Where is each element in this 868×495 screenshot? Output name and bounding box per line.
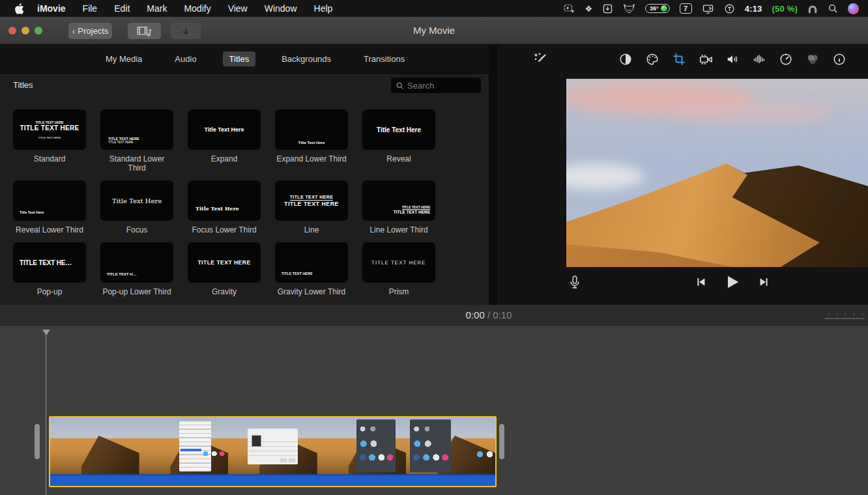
color-palette-icon[interactable]: [644, 50, 660, 68]
title-thumbnail[interactable]: TITLE TEXT H…: [100, 242, 173, 283]
battery-percent[interactable]: (50 %): [772, 4, 798, 14]
title-thumbnail[interactable]: TITLE TEXT HERE: [188, 242, 261, 283]
title-thumbnail[interactable]: Title Text Here: [13, 180, 86, 221]
title-item-gravity[interactable]: TITLE TEXT HERE Gravity: [188, 242, 261, 296]
crop-icon[interactable]: [671, 50, 687, 68]
voiceover-mic-icon[interactable]: [568, 275, 582, 292]
search-input[interactable]: [407, 81, 472, 91]
menu-item-edit[interactable]: Edit: [106, 0, 138, 17]
title-thumbnail[interactable]: Title Text Here: [362, 109, 435, 150]
clock-time[interactable]: 4:13: [745, 4, 762, 14]
clip-filmstrip[interactable]: [50, 417, 495, 474]
playhead-handle[interactable]: [42, 330, 50, 335]
title-item-focus[interactable]: Title Text Here Focus: [100, 180, 173, 234]
siri-icon[interactable]: [848, 3, 859, 14]
title-item-line-lower-third[interactable]: TITLE TEXT HERE TITLE TEXT HERE Line Low…: [362, 180, 435, 234]
menu-item-app[interactable]: iMovie: [29, 0, 74, 17]
imovie-window: iMovie File Edit Mark Modify View Window…: [0, 0, 868, 495]
info-icon[interactable]: [832, 50, 847, 68]
volume-icon[interactable]: [725, 50, 740, 68]
selected-timeline-clip[interactable]: [49, 416, 497, 487]
stabilization-camera-icon[interactable]: [698, 50, 714, 68]
fox-icon[interactable]: [623, 3, 635, 14]
clip-frame[interactable]: [406, 417, 495, 474]
play-button[interactable]: [724, 274, 741, 290]
title-thumbnail[interactable]: TITLE TEXT HERE TITLE TEXT HERE: [275, 180, 348, 221]
title-item-gravity-lower-third[interactable]: TITLE TEXT HERE Gravity Lower Third: [275, 242, 348, 296]
clip-trim-handle-right[interactable]: [499, 424, 504, 459]
display-arrow-icon[interactable]: [702, 3, 714, 14]
tab-my-media[interactable]: My Media: [99, 51, 149, 66]
title-thumbnail[interactable]: TITLE TEXT HERE: [362, 242, 435, 283]
title-item-pop-up-lower-third[interactable]: TITLE TEXT H… Pop-up Lower Third: [100, 242, 173, 296]
screen-capture-icon[interactable]: [563, 3, 575, 14]
menu-item-file[interactable]: File: [74, 0, 106, 17]
title-item-pop-up[interactable]: TITLE TEXT HE… Pop-up: [13, 242, 86, 296]
menu-item-window[interactable]: Window: [256, 0, 306, 17]
clip-frame[interactable]: [317, 417, 407, 474]
apple-menu-icon[interactable]: [9, 3, 29, 14]
menu-item-view[interactable]: View: [220, 0, 256, 17]
title-item-prism[interactable]: TITLE TEXT HERE Prism: [362, 242, 435, 296]
playhead-line[interactable]: [46, 335, 46, 495]
clip-frame[interactable]: [228, 417, 317, 474]
temperature-pill[interactable]: 36°: [645, 4, 670, 13]
timeline-zoom-slider[interactable]: [824, 313, 865, 321]
calendar-icon[interactable]: 7: [680, 3, 692, 14]
title-thumbnail[interactable]: Title Text Here: [188, 180, 261, 221]
menu-bar-left: iMovie File Edit Mark Modify View Window…: [0, 0, 341, 17]
title-thumbnail[interactable]: Title Text Here: [100, 180, 173, 221]
diamonds-icon[interactable]: ❖: [585, 4, 592, 14]
tab-audio[interactable]: Audio: [168, 51, 203, 66]
title-label: Expand Lower Third: [275, 154, 348, 163]
content-browser-panel: My Media Audio Titles Backgrounds Transi…: [0, 44, 489, 305]
preview-viewer[interactable]: [566, 79, 868, 267]
title-item-standard-lower-third[interactable]: TITLE TEXT HERE TITLE TEXT HERE Standard…: [100, 109, 173, 173]
title-label: Expand: [188, 154, 261, 163]
clip-frame-panel: [410, 419, 451, 472]
clip-frame[interactable]: [50, 417, 139, 474]
color-filters-icon[interactable]: [805, 50, 820, 68]
title-thumbnail[interactable]: TITLE TEXT HE…: [13, 242, 86, 283]
titles-grid: TITLE TEXT HERE TITLE TEXT HERE TITLE TE…: [13, 109, 435, 296]
title-thumbnail[interactable]: Title Text Here: [188, 109, 261, 150]
title-item-focus-lower-third[interactable]: Title Text Here Focus Lower Third: [188, 180, 261, 234]
title-label: Gravity: [188, 287, 261, 296]
title-item-reveal[interactable]: Title Text Here Reveal: [362, 109, 435, 173]
title-thumbnail[interactable]: TITLE TEXT HERE TITLE TEXT HERE TITLE TE…: [13, 109, 86, 150]
menu-item-mark[interactable]: Mark: [138, 0, 175, 17]
clip-audio-track[interactable]: [50, 474, 495, 486]
menu-item-modify[interactable]: Modify: [175, 0, 219, 17]
skip-to-start-button[interactable]: [695, 276, 708, 289]
spotlight-search-icon[interactable]: [828, 3, 838, 14]
tab-backgrounds[interactable]: Backgrounds: [275, 51, 338, 66]
noise-equalizer-icon[interactable]: [751, 50, 767, 68]
download-box-icon[interactable]: [602, 3, 613, 14]
speed-gauge-icon[interactable]: [778, 50, 794, 68]
clip-trim-handle-left[interactable]: [35, 424, 40, 459]
title-thumbnail[interactable]: TITLE TEXT HERE: [275, 242, 348, 283]
arch-icon[interactable]: [807, 4, 818, 14]
color-balance-icon[interactable]: [618, 50, 633, 68]
title-item-line[interactable]: TITLE TEXT HERE TITLE TEXT HERE Line: [275, 180, 348, 234]
search-box[interactable]: [391, 78, 481, 93]
zoom-slider-track[interactable]: [824, 318, 865, 319]
title-thumbnail[interactable]: Title Text Here: [275, 109, 348, 150]
tab-transitions[interactable]: Transitions: [357, 51, 411, 66]
tab-titles[interactable]: Titles: [223, 51, 256, 66]
title-thumbnail[interactable]: TITLE TEXT HERE TITLE TEXT HERE: [100, 109, 173, 150]
title-item-expand[interactable]: Title Text Here Expand: [188, 109, 261, 173]
title-item-reveal-lower-third[interactable]: Title Text Here Reveal Lower Third: [13, 180, 86, 234]
title-item-expand-lower-third[interactable]: Title Text Here Expand Lower Third: [275, 109, 348, 173]
skip-to-end-button[interactable]: [757, 276, 770, 289]
timecode-duration: 0:10: [493, 309, 512, 320]
panel-divider[interactable]: [489, 44, 497, 305]
clip-frame-window: [179, 421, 211, 472]
enhance-wand-icon[interactable]: [533, 51, 549, 67]
clip-frame[interactable]: [139, 417, 229, 474]
title-item-standard[interactable]: TITLE TEXT HERE TITLE TEXT HERE TITLE TE…: [13, 109, 86, 173]
timeline[interactable]: [0, 326, 868, 495]
menu-item-help[interactable]: Help: [306, 0, 341, 17]
title-thumbnail[interactable]: TITLE TEXT HERE TITLE TEXT HERE: [362, 180, 435, 221]
circled-t-icon[interactable]: [724, 3, 735, 14]
